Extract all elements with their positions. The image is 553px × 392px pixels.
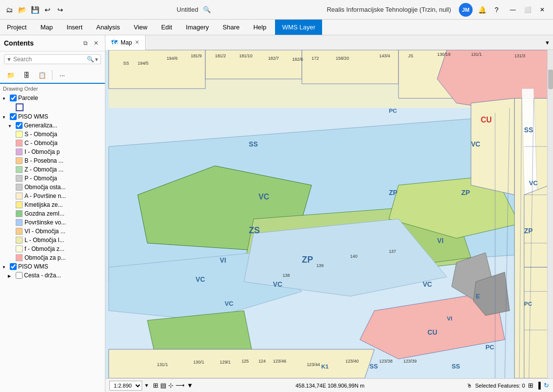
refresh-icon[interactable]: ↻ xyxy=(544,382,549,389)
svg-text:130/1: 130/1 xyxy=(193,360,204,365)
layer-b-posebna[interactable]: B - Posebna ... xyxy=(0,156,105,165)
layer-f-obmocja[interactable]: f - Območja z... xyxy=(0,245,105,253)
menu-analysis[interactable]: Analysis xyxy=(89,20,126,35)
layer-z-obmocja[interactable]: Z - Območja ... xyxy=(0,165,105,174)
svg-text:182/7: 182/7 xyxy=(268,56,279,61)
save-icon[interactable]: 💾 xyxy=(29,4,40,15)
layer-povrsinske[interactable]: Površinske vo... xyxy=(0,218,105,227)
layer-group-icon[interactable]: 📁 xyxy=(4,69,18,81)
parcele-checkbox[interactable] xyxy=(10,95,17,101)
layer-i-obmocja[interactable]: I - Območja p xyxy=(0,147,105,156)
piso-expand[interactable] xyxy=(2,113,10,120)
layer-vi-obmocja[interactable]: VI - Območja ... xyxy=(0,227,105,236)
map-canvas[interactable]: SS 194/5 194/6 181/9 181/2 181/10 182/7 … xyxy=(105,50,553,378)
help-icon[interactable]: ? xyxy=(491,4,502,15)
more-options-icon[interactable]: ··· xyxy=(55,69,69,81)
search-input[interactable] xyxy=(13,56,87,63)
layer-view-icon[interactable]: 📋 xyxy=(35,69,49,81)
auto-hide-icon[interactable]: ⧉ xyxy=(80,38,90,48)
layer-parcele[interactable]: Parcele xyxy=(0,94,105,102)
search-dropdown-icon[interactable]: ▼ xyxy=(94,57,99,62)
layer-obmocja-p[interactable]: Območja za p... xyxy=(0,253,105,262)
svg-text:123/46: 123/46 xyxy=(273,359,286,364)
grid-icon[interactable]: ⊞ xyxy=(153,382,158,389)
p-obmocja-swatch xyxy=(16,175,23,182)
generaliz-expand[interactable] xyxy=(8,122,16,129)
bars-icon[interactable]: ▐ xyxy=(536,382,541,389)
layer-obmocja-osta[interactable]: Območja osta... xyxy=(0,183,105,192)
redo-icon[interactable]: ↪ xyxy=(55,4,66,15)
close-panel-icon[interactable]: ✕ xyxy=(91,38,101,48)
close-button[interactable]: ✕ xyxy=(535,3,549,17)
layer-c-obmocja[interactable]: C - Območja xyxy=(0,139,105,147)
search-icon[interactable]: 🔍 xyxy=(203,6,211,13)
layer-piso-wms2[interactable]: PISO WMS xyxy=(0,262,105,271)
table-view-icon[interactable]: ⊞ xyxy=(528,382,533,389)
scale-dropdown-icon[interactable]: ▼ xyxy=(144,383,149,388)
map-tab[interactable]: 🗺 Map ✕ xyxy=(105,35,146,50)
menu-project[interactable]: Project xyxy=(0,20,33,35)
maximize-button[interactable]: ⬜ xyxy=(521,3,534,17)
sidebar-header: Contents ⧉ ✕ xyxy=(0,35,105,51)
map-tab-close[interactable]: ✕ xyxy=(135,39,139,46)
tab-overflow-arrow[interactable]: ▼ xyxy=(542,40,553,46)
dropdown-icon2[interactable]: ▼ xyxy=(187,382,193,389)
generaliz-checkbox[interactable] xyxy=(16,122,23,129)
nav-icon[interactable]: ⊹ xyxy=(168,382,174,389)
layer-s-obmocja[interactable]: S - Območja xyxy=(0,130,105,139)
l-obmocja-label: L - Območja l... xyxy=(25,237,64,244)
undo-icon[interactable]: ↩ xyxy=(42,4,53,15)
layer-p-obmocja[interactable]: P - Območja xyxy=(0,174,105,183)
b-posebna-swatch xyxy=(16,157,23,164)
layer-db-icon[interactable]: 🗄 xyxy=(20,69,33,81)
layer-toolbar: 📁 🗄 📋 ··· xyxy=(0,67,105,84)
vi-obmocja-swatch xyxy=(16,228,23,235)
menu-map[interactable]: Map xyxy=(33,20,59,35)
layer-parcele-sub[interactable] xyxy=(0,102,105,112)
open-icon[interactable]: 📂 xyxy=(17,4,27,15)
layer-search-box[interactable]: ▼ 🔍 ▼ xyxy=(4,54,101,64)
piso-wms1-checkbox[interactable] xyxy=(10,113,17,120)
menu-view[interactable]: View xyxy=(127,20,154,35)
user-avatar[interactable]: JM xyxy=(459,3,473,17)
cesta-checkbox[interactable] xyxy=(16,272,23,279)
scale-dropdown[interactable]: 1:2.890 xyxy=(109,381,142,391)
new-project-icon[interactable]: 🗂 xyxy=(4,4,15,15)
coordinates-display: 458.134,74E 108.906,99N m xyxy=(197,383,463,389)
piso-wms2-checkbox[interactable] xyxy=(10,263,17,270)
layer-kmetijska[interactable]: Kmetijska ze... xyxy=(0,200,105,209)
menu-imagery[interactable]: Imagery xyxy=(179,20,216,35)
svg-text:VI: VI xyxy=(220,257,226,264)
menu-insert[interactable]: Insert xyxy=(60,20,90,35)
svg-text:VC: VC xyxy=(225,300,233,307)
table-icon[interactable]: ▤ xyxy=(160,382,166,389)
svg-text:130/19: 130/19 xyxy=(437,52,451,57)
b-posebna-label: B - Posebna ... xyxy=(25,157,63,164)
menu-edit[interactable]: Edit xyxy=(154,20,179,35)
piso2-expand[interactable] xyxy=(2,263,10,270)
a-povrsine-label: A - Površine n... xyxy=(25,193,66,199)
svg-text:PC: PC xyxy=(485,343,494,351)
parcele-expand[interactable] xyxy=(2,95,10,101)
z-obmocja-label: Z - Območja ... xyxy=(25,166,63,173)
scrollbar-thumb[interactable] xyxy=(548,70,553,89)
search-submit-icon[interactable]: 🔍 xyxy=(87,56,94,63)
direction-icon[interactable]: ⟶ xyxy=(176,382,185,389)
map-scrollbar[interactable] xyxy=(547,50,553,378)
minimize-button[interactable]: — xyxy=(506,3,520,17)
layer-cesta[interactable]: Cesta - drža... xyxy=(0,271,105,280)
layer-generaliz[interactable]: Generaliza... xyxy=(0,121,105,130)
layer-gozdna[interactable]: Gozdna zemI... xyxy=(0,209,105,218)
layer-piso-wms1[interactable]: PISO WMS xyxy=(0,112,105,121)
menu-help[interactable]: Help xyxy=(247,20,274,35)
menu-wms-layer[interactable]: WMS Layer xyxy=(275,20,322,35)
vi-obmocja-label: VI - Območja ... xyxy=(25,228,65,235)
scale-selector[interactable]: 1:2.890 ▼ xyxy=(109,381,149,391)
povrsinske-swatch xyxy=(16,219,23,226)
notifications-icon[interactable]: 🔔 xyxy=(477,4,487,15)
layer-l-obmocja[interactable]: L - Območja l... xyxy=(0,236,105,245)
menu-share[interactable]: Share xyxy=(216,20,247,35)
cesta-expand[interactable] xyxy=(8,272,16,279)
layer-a-povrsine[interactable]: A - Površine n... xyxy=(0,192,105,200)
gozdna-swatch xyxy=(16,210,23,217)
